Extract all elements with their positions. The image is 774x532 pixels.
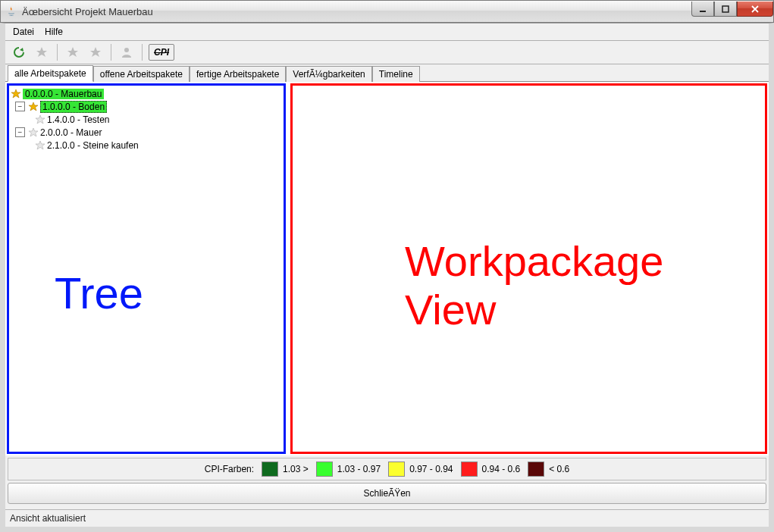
refresh-button[interactable] <box>10 43 28 61</box>
view-annotation-line2: View <box>405 286 496 333</box>
tree-node-label: 1.4.0.0 - Testen <box>47 114 110 125</box>
cpi-legend-title: CPI-Farben: <box>205 464 254 474</box>
star-icon <box>28 102 39 112</box>
star-outline-icon <box>28 127 39 138</box>
legend-item: 0.94 - 0.6 <box>461 462 521 477</box>
tab-alle-arbeitspakete[interactable]: alle Arbeitspakete <box>8 65 93 82</box>
status-text: Ansicht aktualisiert <box>10 513 86 524</box>
svg-rect-1 <box>722 6 729 12</box>
tab-strip: alle Arbeitspakete offene Arbeitspakete … <box>5 64 769 82</box>
menu-file[interactable]: Datei <box>8 25 39 39</box>
tree-node[interactable]: − 2.0.0.0 - Mauer <box>11 126 282 139</box>
cpi-button[interactable]: CPI <box>149 44 174 61</box>
close-button[interactable]: SchlieÃŸen <box>8 483 766 504</box>
tab-fertige-arbeitspakete[interactable]: fertige Arbeitspakete <box>190 66 286 82</box>
menubar: Datei Hilfe <box>5 23 769 41</box>
menu-help[interactable]: Hilfe <box>40 25 67 39</box>
legend-swatch <box>316 462 333 477</box>
legend-label: 1.03 - 0.97 <box>337 464 381 474</box>
java-app-icon <box>5 5 17 17</box>
legend-swatch <box>461 462 478 477</box>
toolbar-separator <box>111 44 111 61</box>
star-button-3[interactable] <box>86 43 105 61</box>
tree-annotation-label: Tree <box>55 268 143 318</box>
tab-offene-arbeitspakete[interactable]: offene Arbeitspakete <box>93 66 190 82</box>
toolbar-separator <box>142 44 143 61</box>
star-icon <box>11 89 21 99</box>
legend-swatch <box>388 462 405 477</box>
main-area: 0.0.0.0 - Mauerbau − 1.0.0.0 - Boden 1.4… <box>5 82 769 455</box>
tab-timeline[interactable]: Timeline <box>372 66 420 82</box>
svg-rect-0 <box>700 11 706 12</box>
window-titlebar: Äœbersicht Projekt Mauerbau <box>0 0 774 23</box>
status-bar: Ansicht aktualisiert <box>5 509 769 527</box>
legend-label: 1.03 > <box>283 464 309 474</box>
legend-swatch <box>528 462 544 477</box>
tree-node-root[interactable]: 0.0.0.0 - Mauerbau <box>11 87 282 100</box>
tree-node-label: 2.1.0.0 - Steine kaufen <box>47 140 139 151</box>
legend-item: < 0.6 <box>528 462 569 477</box>
legend-item: 0.97 - 0.94 <box>388 462 453 477</box>
tab-verfuegbarkeiten[interactable]: VerfÃ¼gbarkeiten <box>286 66 371 82</box>
close-button-label: SchlieÃŸen <box>363 488 410 499</box>
tree-node-label: 2.0.0.0 - Mauer <box>40 127 102 138</box>
legend-label: 0.94 - 0.6 <box>482 464 521 474</box>
toolbar: CPI <box>5 41 769 64</box>
user-button[interactable] <box>118 43 136 61</box>
tree-node[interactable]: − 1.0.0.0 - Boden <box>11 100 282 113</box>
cpi-legend: CPI-Farben: 1.03 > 1.03 - 0.97 0.97 - 0.… <box>8 458 766 480</box>
window-minimize-button[interactable] <box>691 2 714 17</box>
view-annotation-line1: Workpackage <box>405 237 663 285</box>
workpackage-view-panel: Workpackage View <box>290 83 767 454</box>
window-close-button[interactable] <box>737 2 773 17</box>
legend-label: 0.97 - 0.94 <box>409 464 453 474</box>
star-outline-icon <box>35 114 45 125</box>
collapse-icon[interactable]: − <box>15 102 25 111</box>
view-annotation-label: Workpackage View <box>405 237 663 335</box>
window-maximize-button[interactable] <box>714 2 737 17</box>
tree-node-label: 1.0.0.0 - Boden <box>40 101 107 113</box>
tree-node[interactable]: 1.4.0.0 - Testen <box>11 113 282 126</box>
legend-label: < 0.6 <box>549 464 569 474</box>
tree[interactable]: 0.0.0.0 - Mauerbau − 1.0.0.0 - Boden 1.4… <box>9 86 284 153</box>
star-outline-icon <box>35 140 45 151</box>
legend-item: 1.03 - 0.97 <box>316 462 381 477</box>
star-button-1[interactable] <box>33 43 51 61</box>
toolbar-separator <box>57 44 58 61</box>
tree-node-label: 0.0.0.0 - Mauerbau <box>23 89 104 99</box>
tree-node[interactable]: 2.1.0.0 - Steine kaufen <box>11 139 282 152</box>
star-button-2[interactable] <box>64 43 82 61</box>
cpi-button-label: CPI <box>154 47 169 58</box>
collapse-icon[interactable]: − <box>15 127 25 137</box>
window-title: Äœbersicht Projekt Mauerbau <box>22 6 153 17</box>
svg-point-2 <box>124 48 129 52</box>
tree-panel: 0.0.0.0 - Mauerbau − 1.0.0.0 - Boden 1.4… <box>7 83 286 454</box>
legend-item: 1.03 > <box>262 462 309 477</box>
legend-swatch <box>262 462 278 477</box>
